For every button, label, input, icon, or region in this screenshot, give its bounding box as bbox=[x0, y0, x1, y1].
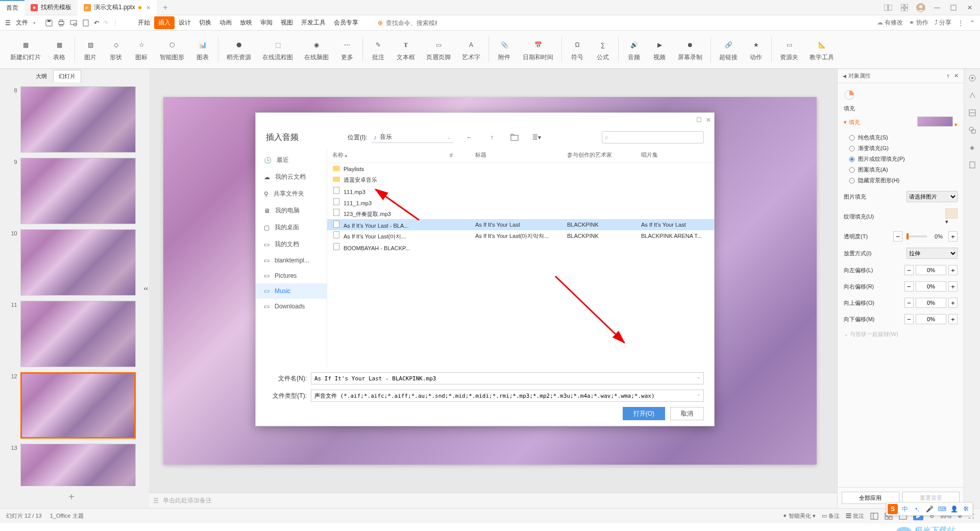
rail-design-icon[interactable] bbox=[967, 90, 977, 101]
offset-minus[interactable]: − bbox=[904, 298, 914, 308]
menu-插入[interactable]: 插入 bbox=[154, 16, 175, 29]
new-tab-button[interactable]: + bbox=[157, 0, 174, 15]
ribbon-文本框[interactable]: 𝐓文本框 bbox=[391, 36, 420, 64]
ribbon-超链接[interactable]: 🔗超链接 bbox=[714, 36, 743, 64]
rail-layout-icon[interactable] bbox=[967, 108, 977, 118]
offset-input[interactable] bbox=[916, 281, 946, 292]
slide-thumb-13[interactable] bbox=[20, 444, 136, 486]
tab-templates[interactable]: 找稻壳模板 bbox=[24, 0, 78, 15]
sidebar-blanktempl...[interactable]: ▭blanktempl... bbox=[256, 253, 327, 268]
rail-docs-icon[interactable] bbox=[967, 160, 977, 170]
cancel-button[interactable]: 取消 bbox=[670, 407, 704, 420]
col-name[interactable]: 名称 bbox=[332, 152, 344, 158]
menu-设计[interactable]: 设计 bbox=[175, 16, 195, 29]
rail-shapes-icon[interactable] bbox=[967, 125, 977, 135]
ime-voice-icon[interactable]: 🎤 bbox=[924, 504, 935, 514]
ribbon-音频[interactable]: 🔊音频 bbox=[622, 36, 646, 64]
dropdown-icon[interactable]: ▾ bbox=[33, 20, 36, 26]
rail-properties-icon[interactable] bbox=[967, 73, 977, 83]
menu-放映[interactable]: 放映 bbox=[236, 16, 256, 29]
maximize-icon[interactable] bbox=[947, 2, 960, 14]
view-normal-icon[interactable] bbox=[870, 513, 878, 520]
filetype-input[interactable] bbox=[311, 390, 704, 402]
file-menu[interactable]: 文件 bbox=[16, 18, 28, 27]
menu-开始[interactable]: 开始 bbox=[134, 16, 154, 29]
view-mode-icon[interactable]: ☰▾ bbox=[531, 131, 543, 143]
fill-option[interactable]: 图案填充(A) bbox=[849, 164, 958, 175]
file-row[interactable]: 123_伴奏提取.mp3 bbox=[327, 208, 714, 219]
fill-preview[interactable] bbox=[917, 116, 953, 127]
ribbon-公式[interactable]: ∑公式 bbox=[591, 36, 615, 64]
ribbon-形状[interactable]: ◇形状 bbox=[104, 36, 128, 64]
menu-审阅[interactable]: 审阅 bbox=[256, 16, 277, 29]
sidebar-共享文件夹[interactable]: ⚲共享文件夹 bbox=[256, 185, 327, 202]
offset-plus[interactable]: + bbox=[948, 314, 958, 324]
ribbon-图片[interactable]: ▧图片 bbox=[78, 36, 103, 64]
fill-option[interactable]: 隐藏背景图形(H) bbox=[849, 175, 958, 186]
ribbon-附件[interactable]: 📎附件 bbox=[492, 36, 517, 64]
filename-dropdown-icon[interactable]: ⌄ bbox=[697, 374, 701, 379]
col-num[interactable]: # bbox=[450, 152, 475, 158]
ribbon-图表[interactable]: 📊图表 bbox=[190, 36, 215, 64]
ribbon-视频[interactable]: ▶视频 bbox=[647, 36, 672, 64]
offset-input[interactable] bbox=[916, 314, 946, 324]
file-row[interactable]: 111_1.mp3 bbox=[327, 197, 714, 208]
offset-input[interactable] bbox=[916, 265, 946, 275]
file-row[interactable]: As If It's Your Last - BLA...As If It's … bbox=[327, 219, 714, 230]
pin-icon[interactable]: ⫯ bbox=[947, 73, 950, 79]
notes-toggle[interactable]: ▭ 备注 bbox=[822, 512, 840, 520]
close-panel-icon[interactable]: ✕ bbox=[954, 73, 959, 79]
close-window-icon[interactable]: ✕ bbox=[964, 2, 976, 14]
ribbon-动作[interactable]: ★动作 bbox=[744, 36, 768, 64]
ribbon-新建幻灯片[interactable]: ▦新建幻灯片 bbox=[5, 36, 46, 64]
col-album[interactable]: 唱片集 bbox=[641, 151, 709, 159]
dialog-search-input[interactable] bbox=[602, 131, 704, 143]
hamburger-icon[interactable]: ☰ bbox=[5, 19, 11, 27]
file-row[interactable]: BOOMBAYAH - BLACKP... bbox=[327, 242, 714, 253]
dialog-close-icon[interactable]: ✕ bbox=[706, 116, 711, 124]
col-artist[interactable]: 参与创作的艺术家 bbox=[567, 151, 641, 159]
comments-toggle[interactable]: ☰ 批注 bbox=[846, 512, 864, 520]
menu-开发工具[interactable]: 开发工具 bbox=[297, 16, 330, 29]
coop-button[interactable]: ⚭ 协作 bbox=[909, 18, 928, 27]
sidebar-我的云文档[interactable]: ☁我的云文档 bbox=[256, 168, 327, 185]
avatar-icon[interactable] bbox=[915, 2, 927, 14]
fill-option[interactable]: 纯色填充(S) bbox=[849, 132, 958, 143]
filetype-dropdown-icon[interactable]: ⌄ bbox=[697, 392, 701, 397]
cloud-changes[interactable]: ☁ 有修改 bbox=[877, 18, 903, 27]
slide-thumb-8[interactable] bbox=[20, 86, 136, 153]
offset-plus[interactable]: + bbox=[948, 265, 958, 275]
slide-thumb-9[interactable] bbox=[20, 158, 136, 224]
file-row[interactable]: As If It's Your Last(마지...As If It's You… bbox=[327, 230, 714, 242]
fill-option[interactable]: 图片或纹理填充(P) bbox=[849, 154, 958, 164]
ime-settings-icon[interactable]: 🛠 bbox=[961, 504, 971, 514]
pic-fill-select[interactable]: 请选择图片 bbox=[906, 191, 958, 202]
ribbon-稻壳资源[interactable]: ⬣稻壳资源 bbox=[222, 36, 256, 64]
opacity-slider[interactable] bbox=[906, 235, 927, 237]
menu-切换[interactable]: 切换 bbox=[195, 16, 215, 29]
file-row[interactable]: 逍遥安卓音乐 bbox=[327, 174, 714, 185]
ribbon-屏幕录制[interactable]: ⏺屏幕录制 bbox=[673, 36, 707, 64]
ribbon-页眉页脚[interactable]: ▭页眉页脚 bbox=[421, 36, 456, 64]
tile-select[interactable]: 拉伸 bbox=[906, 248, 958, 259]
ribbon-日期和时间[interactable]: 📅日期和时间 bbox=[518, 36, 558, 64]
share-button[interactable]: ⤴ 分享 bbox=[935, 18, 951, 27]
slide-thumb-10[interactable] bbox=[20, 229, 136, 296]
undo-icon[interactable]: ↶ bbox=[94, 19, 99, 27]
opacity-plus[interactable]: + bbox=[948, 231, 958, 242]
filename-input[interactable] bbox=[311, 372, 704, 384]
sidebar-我的桌面[interactable]: ▢我的桌面 bbox=[256, 219, 327, 236]
add-slide-button[interactable]: + bbox=[0, 486, 143, 508]
col-title[interactable]: 标题 bbox=[475, 151, 567, 159]
sidebar-Pictures[interactable]: ▭Pictures bbox=[256, 268, 327, 283]
texture-picker[interactable]: ▾ bbox=[945, 208, 958, 225]
file-row[interactable]: 111.mp3 bbox=[327, 185, 714, 197]
preview-icon[interactable] bbox=[69, 19, 78, 27]
beautify-button[interactable]: ✦ 智能美化 ▾ bbox=[782, 512, 816, 520]
ime-logo-icon[interactable]: S bbox=[888, 504, 898, 514]
ime-user-icon[interactable]: 👤 bbox=[949, 504, 959, 514]
ribbon-符号[interactable]: Ω符号 bbox=[565, 36, 590, 64]
close-tab-icon[interactable]: × bbox=[146, 4, 151, 12]
slide-thumb-12[interactable] bbox=[20, 372, 136, 439]
sidebar-我的电脑[interactable]: 🖥我的电脑 bbox=[256, 202, 327, 219]
